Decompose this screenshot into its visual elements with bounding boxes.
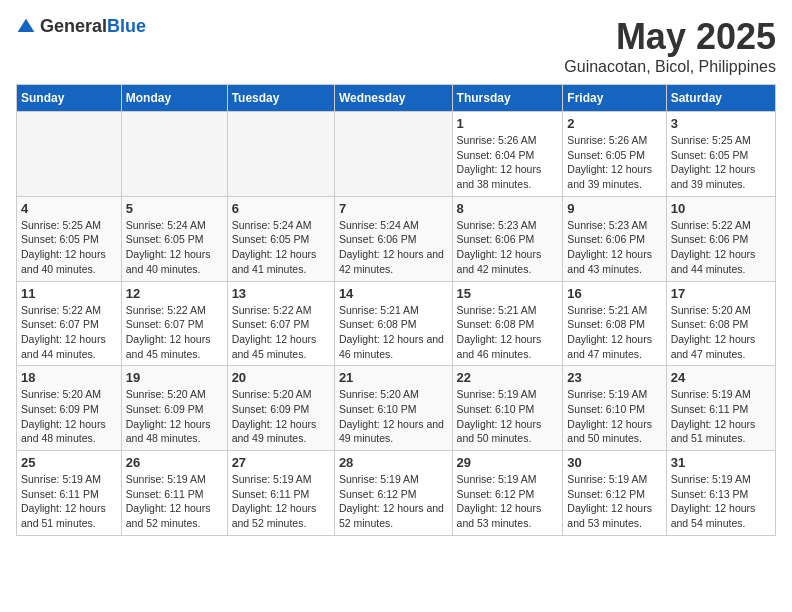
day-cell [334, 112, 452, 197]
day-info: Sunrise: 5:22 AMSunset: 6:07 PMDaylight:… [21, 304, 106, 360]
day-cell: 9 Sunrise: 5:23 AMSunset: 6:06 PMDayligh… [563, 196, 666, 281]
day-cell [17, 112, 122, 197]
day-cell: 1 Sunrise: 5:26 AMSunset: 6:04 PMDayligh… [452, 112, 563, 197]
day-number: 27 [232, 455, 330, 470]
day-info: Sunrise: 5:21 AMSunset: 6:08 PMDaylight:… [339, 304, 444, 360]
logo: GeneralBlue [16, 16, 146, 37]
day-info: Sunrise: 5:19 AMSunset: 6:12 PMDaylight:… [339, 473, 444, 529]
header-cell-saturday: Saturday [666, 85, 775, 112]
day-info: Sunrise: 5:19 AMSunset: 6:11 PMDaylight:… [126, 473, 211, 529]
day-number: 18 [21, 370, 117, 385]
day-cell: 17 Sunrise: 5:20 AMSunset: 6:08 PMDaylig… [666, 281, 775, 366]
day-cell: 30 Sunrise: 5:19 AMSunset: 6:12 PMDaylig… [563, 451, 666, 536]
day-cell: 18 Sunrise: 5:20 AMSunset: 6:09 PMDaylig… [17, 366, 122, 451]
day-number: 17 [671, 286, 771, 301]
day-cell: 20 Sunrise: 5:20 AMSunset: 6:09 PMDaylig… [227, 366, 334, 451]
day-cell: 4 Sunrise: 5:25 AMSunset: 6:05 PMDayligh… [17, 196, 122, 281]
day-info: Sunrise: 5:24 AMSunset: 6:05 PMDaylight:… [126, 219, 211, 275]
page-title: May 2025 [564, 16, 776, 58]
day-number: 29 [457, 455, 559, 470]
day-number: 20 [232, 370, 330, 385]
day-cell: 6 Sunrise: 5:24 AMSunset: 6:05 PMDayligh… [227, 196, 334, 281]
week-row-2: 4 Sunrise: 5:25 AMSunset: 6:05 PMDayligh… [17, 196, 776, 281]
day-info: Sunrise: 5:19 AMSunset: 6:11 PMDaylight:… [232, 473, 317, 529]
day-cell: 26 Sunrise: 5:19 AMSunset: 6:11 PMDaylig… [121, 451, 227, 536]
day-cell: 31 Sunrise: 5:19 AMSunset: 6:13 PMDaylig… [666, 451, 775, 536]
day-number: 16 [567, 286, 661, 301]
header-cell-tuesday: Tuesday [227, 85, 334, 112]
day-cell: 28 Sunrise: 5:19 AMSunset: 6:12 PMDaylig… [334, 451, 452, 536]
calendar-body: 1 Sunrise: 5:26 AMSunset: 6:04 PMDayligh… [17, 112, 776, 536]
page-subtitle: Guinacotan, Bicol, Philippines [564, 58, 776, 76]
day-cell: 10 Sunrise: 5:22 AMSunset: 6:06 PMDaylig… [666, 196, 775, 281]
day-cell: 11 Sunrise: 5:22 AMSunset: 6:07 PMDaylig… [17, 281, 122, 366]
day-cell: 2 Sunrise: 5:26 AMSunset: 6:05 PMDayligh… [563, 112, 666, 197]
day-info: Sunrise: 5:21 AMSunset: 6:08 PMDaylight:… [457, 304, 542, 360]
day-number: 31 [671, 455, 771, 470]
day-number: 13 [232, 286, 330, 301]
svg-marker-0 [18, 18, 35, 31]
day-info: Sunrise: 5:24 AMSunset: 6:05 PMDaylight:… [232, 219, 317, 275]
week-row-1: 1 Sunrise: 5:26 AMSunset: 6:04 PMDayligh… [17, 112, 776, 197]
day-cell: 3 Sunrise: 5:25 AMSunset: 6:05 PMDayligh… [666, 112, 775, 197]
day-number: 10 [671, 201, 771, 216]
day-info: Sunrise: 5:23 AMSunset: 6:06 PMDaylight:… [567, 219, 652, 275]
day-number: 25 [21, 455, 117, 470]
header-row: SundayMondayTuesdayWednesdayThursdayFrid… [17, 85, 776, 112]
day-number: 28 [339, 455, 448, 470]
header-cell-sunday: Sunday [17, 85, 122, 112]
day-cell: 24 Sunrise: 5:19 AMSunset: 6:11 PMDaylig… [666, 366, 775, 451]
day-number: 8 [457, 201, 559, 216]
logo-blue: Blue [107, 16, 146, 36]
week-row-4: 18 Sunrise: 5:20 AMSunset: 6:09 PMDaylig… [17, 366, 776, 451]
day-cell: 14 Sunrise: 5:21 AMSunset: 6:08 PMDaylig… [334, 281, 452, 366]
day-cell [227, 112, 334, 197]
day-info: Sunrise: 5:20 AMSunset: 6:09 PMDaylight:… [126, 388, 211, 444]
day-info: Sunrise: 5:20 AMSunset: 6:08 PMDaylight:… [671, 304, 756, 360]
day-number: 26 [126, 455, 223, 470]
day-info: Sunrise: 5:20 AMSunset: 6:09 PMDaylight:… [232, 388, 317, 444]
day-info: Sunrise: 5:22 AMSunset: 6:06 PMDaylight:… [671, 219, 756, 275]
day-number: 15 [457, 286, 559, 301]
day-number: 4 [21, 201, 117, 216]
day-number: 1 [457, 116, 559, 131]
day-number: 7 [339, 201, 448, 216]
day-cell: 8 Sunrise: 5:23 AMSunset: 6:06 PMDayligh… [452, 196, 563, 281]
header-cell-wednesday: Wednesday [334, 85, 452, 112]
day-info: Sunrise: 5:24 AMSunset: 6:06 PMDaylight:… [339, 219, 444, 275]
day-cell: 16 Sunrise: 5:21 AMSunset: 6:08 PMDaylig… [563, 281, 666, 366]
day-number: 6 [232, 201, 330, 216]
day-info: Sunrise: 5:19 AMSunset: 6:11 PMDaylight:… [671, 388, 756, 444]
day-cell: 27 Sunrise: 5:19 AMSunset: 6:11 PMDaylig… [227, 451, 334, 536]
day-number: 21 [339, 370, 448, 385]
day-info: Sunrise: 5:20 AMSunset: 6:10 PMDaylight:… [339, 388, 444, 444]
week-row-3: 11 Sunrise: 5:22 AMSunset: 6:07 PMDaylig… [17, 281, 776, 366]
day-info: Sunrise: 5:19 AMSunset: 6:11 PMDaylight:… [21, 473, 106, 529]
calendar-table: SundayMondayTuesdayWednesdayThursdayFrid… [16, 84, 776, 536]
day-info: Sunrise: 5:23 AMSunset: 6:06 PMDaylight:… [457, 219, 542, 275]
day-cell: 12 Sunrise: 5:22 AMSunset: 6:07 PMDaylig… [121, 281, 227, 366]
day-cell: 15 Sunrise: 5:21 AMSunset: 6:08 PMDaylig… [452, 281, 563, 366]
day-number: 5 [126, 201, 223, 216]
logo-general: General [40, 16, 107, 36]
day-cell: 23 Sunrise: 5:19 AMSunset: 6:10 PMDaylig… [563, 366, 666, 451]
day-cell: 7 Sunrise: 5:24 AMSunset: 6:06 PMDayligh… [334, 196, 452, 281]
day-info: Sunrise: 5:19 AMSunset: 6:13 PMDaylight:… [671, 473, 756, 529]
day-number: 11 [21, 286, 117, 301]
day-number: 2 [567, 116, 661, 131]
day-info: Sunrise: 5:19 AMSunset: 6:12 PMDaylight:… [567, 473, 652, 529]
day-number: 22 [457, 370, 559, 385]
day-cell: 21 Sunrise: 5:20 AMSunset: 6:10 PMDaylig… [334, 366, 452, 451]
day-number: 24 [671, 370, 771, 385]
day-info: Sunrise: 5:26 AMSunset: 6:04 PMDaylight:… [457, 134, 542, 190]
day-number: 14 [339, 286, 448, 301]
day-info: Sunrise: 5:25 AMSunset: 6:05 PMDaylight:… [21, 219, 106, 275]
day-info: Sunrise: 5:22 AMSunset: 6:07 PMDaylight:… [232, 304, 317, 360]
page-header: GeneralBlue May 2025 Guinacotan, Bicol, … [16, 16, 776, 76]
calendar-header: SundayMondayTuesdayWednesdayThursdayFrid… [17, 85, 776, 112]
day-info: Sunrise: 5:19 AMSunset: 6:12 PMDaylight:… [457, 473, 542, 529]
day-cell [121, 112, 227, 197]
day-info: Sunrise: 5:20 AMSunset: 6:09 PMDaylight:… [21, 388, 106, 444]
day-cell: 22 Sunrise: 5:19 AMSunset: 6:10 PMDaylig… [452, 366, 563, 451]
header-cell-thursday: Thursday [452, 85, 563, 112]
